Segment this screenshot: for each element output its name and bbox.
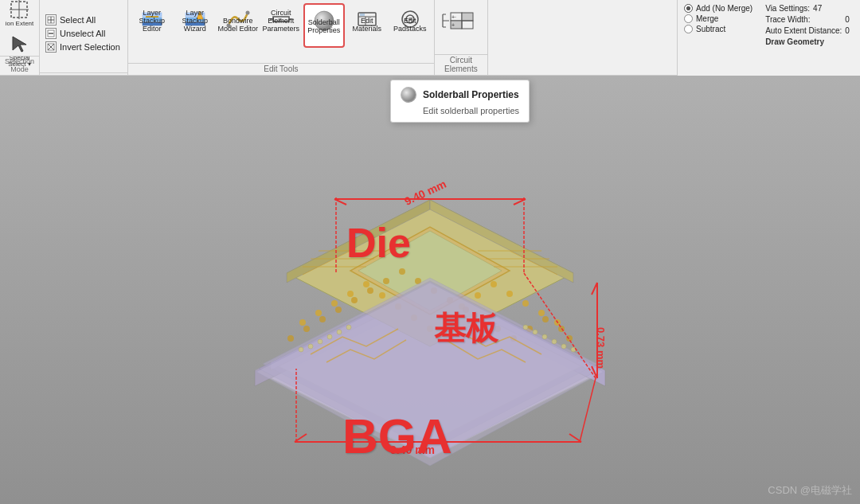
svg-rect-28 bbox=[360, 14, 365, 16]
radio-add-no-merge[interactable] bbox=[684, 4, 693, 13]
edit-padstacks-btn[interactable]: EditPadstacks bbox=[389, 3, 431, 45]
special-select-icon bbox=[9, 33, 31, 55]
edit-padstacks-label: EditPadstacks bbox=[389, 18, 431, 33]
unselect-all-label: Unselect All bbox=[60, 29, 105, 38]
radio-merge[interactable] bbox=[684, 14, 693, 23]
svg-point-102 bbox=[299, 347, 303, 352]
svg-point-75 bbox=[491, 281, 497, 287]
trace-width-value: 0 bbox=[845, 15, 850, 24]
draw-geometry-label: Draw Geometry bbox=[765, 37, 850, 46]
svg-point-78 bbox=[538, 310, 545, 316]
svg-point-68 bbox=[379, 292, 385, 299]
select-all-label: Select All bbox=[60, 15, 96, 25]
tooltip-title-text: Solderball Properties bbox=[423, 89, 519, 100]
select-section-spacer bbox=[40, 72, 127, 73]
svg-point-107 bbox=[346, 325, 351, 330]
invert-selection-label: Invert Selection bbox=[60, 42, 120, 52]
svg-point-108 bbox=[571, 347, 576, 352]
unselect-all-btn[interactable]: Unselect All bbox=[43, 27, 123, 40]
merge-label: Merge bbox=[696, 14, 718, 23]
layer-stackup-editor-btn[interactable]: Layer StackupEditor bbox=[131, 3, 173, 45]
section-selection-mode: ion Extent SpecialSelect ▾ Selection Mod… bbox=[0, 0, 40, 75]
svg-rect-39 bbox=[462, 21, 473, 29]
subtract-label: Subtract bbox=[696, 25, 725, 33]
via-settings-value: 47 bbox=[813, 4, 822, 13]
radio-subtract[interactable] bbox=[684, 25, 693, 33]
svg-point-42 bbox=[401, 88, 416, 102]
ion-extent-icon bbox=[8, 0, 30, 21]
solderball-properties-label: SolderballProperties bbox=[305, 19, 343, 35]
svg-point-80 bbox=[287, 335, 294, 342]
layer-stackup-wizard-label: Layer StackupWizard bbox=[174, 10, 216, 33]
edit-materials-btn[interactable]: EditMaterials bbox=[346, 3, 388, 45]
svg-point-96 bbox=[542, 316, 549, 322]
ion-extent-label: ion Extent bbox=[6, 21, 34, 28]
bondwire-model-editor-btn[interactable]: BondwireModel Editor bbox=[217, 3, 259, 45]
svg-text:+·: +· bbox=[452, 14, 456, 20]
svg-point-104 bbox=[318, 339, 322, 344]
auto-extent-value: 0 bbox=[845, 26, 850, 35]
svg-point-106 bbox=[337, 330, 342, 334]
unselect-all-checkbox bbox=[45, 28, 57, 39]
svg-point-82 bbox=[319, 316, 326, 322]
section-circuit-elements: +· + Circuit Elements bbox=[435, 0, 488, 75]
svg-point-86 bbox=[383, 278, 389, 284]
svg-point-83 bbox=[335, 307, 342, 313]
svg-point-112 bbox=[533, 330, 538, 334]
svg-point-113 bbox=[523, 325, 528, 330]
svg-point-81 bbox=[303, 326, 310, 332]
svg-point-63 bbox=[299, 319, 306, 326]
layer-stackup-editor-label: Layer StackupEditor bbox=[131, 10, 173, 33]
measure-grid-icon: +· + bbox=[441, 8, 479, 33]
svg-point-74 bbox=[475, 292, 481, 299]
die-label: Die bbox=[346, 219, 411, 267]
select-all-checkbox bbox=[45, 14, 57, 25]
auto-extent-label: Auto Extent Distance: bbox=[765, 26, 842, 35]
bondwire-model-editor-label: BondwireModel Editor bbox=[217, 18, 259, 33]
svg-point-65 bbox=[331, 300, 338, 307]
right-panel: Add (No Merge) Merge Subtract Via Settin… bbox=[677, 0, 860, 76]
watermark-text: CSDN @电磁学社 bbox=[768, 483, 852, 498]
solderball-tooltip: Solderball Properties Edit solderball pr… bbox=[390, 80, 530, 123]
ion-extent-btn[interactable]: ion Extent bbox=[3, 0, 37, 29]
tooltip-description: Edit solderball properties bbox=[423, 106, 519, 115]
add-no-merge-label: Add (No Merge) bbox=[696, 4, 752, 13]
svg-point-87 bbox=[399, 268, 405, 275]
svg-point-109 bbox=[561, 344, 566, 349]
bga-label: BGA bbox=[342, 408, 452, 464]
solderball-properties-btn[interactable]: SolderballProperties bbox=[303, 3, 345, 48]
svg-point-111 bbox=[542, 334, 547, 339]
circuit-elements-label: Circuit Elements bbox=[435, 54, 487, 73]
canvas-area: 9.40 mm 0.73 mm 9.40 mm Die 基板 BGA CSDN … bbox=[0, 76, 860, 504]
svg-point-66 bbox=[347, 291, 354, 297]
layer-stackup-wizard-btn[interactable]: Layer StackupWizard bbox=[174, 3, 216, 45]
svg-point-110 bbox=[552, 339, 557, 344]
substrate-label: 基板 bbox=[434, 307, 498, 350]
invert-selection-checkbox bbox=[45, 41, 57, 53]
selection-mode-label: Selection Mode bbox=[0, 56, 39, 73]
svg-point-84 bbox=[351, 297, 358, 303]
svg-text:+: + bbox=[452, 22, 455, 28]
trace-width-label: Trace Width: bbox=[765, 15, 810, 24]
svg-text:0.73 mm: 0.73 mm bbox=[595, 327, 607, 369]
measure-grid-btn[interactable]: +· + bbox=[440, 6, 481, 35]
svg-point-19 bbox=[245, 11, 249, 15]
invert-selection-btn[interactable]: Invert Selection bbox=[43, 41, 123, 53]
svg-point-67 bbox=[363, 281, 369, 287]
section-select-actions: Select All Unselect All Invert Selection bbox=[40, 0, 128, 75]
svg-point-103 bbox=[308, 344, 313, 349]
svg-marker-3 bbox=[13, 37, 26, 52]
svg-point-85 bbox=[367, 287, 373, 294]
edit-tools-section-label: Edit Tools bbox=[128, 63, 434, 73]
toolbar: ion Extent SpecialSelect ▾ Selection Mod… bbox=[0, 0, 860, 76]
section-edit-tools: Layer StackupEditor Layer StackupWizard bbox=[128, 0, 435, 75]
svg-point-105 bbox=[327, 334, 332, 339]
svg-rect-38 bbox=[462, 13, 473, 21]
svg-point-76 bbox=[506, 291, 513, 297]
select-all-btn[interactable]: Select All bbox=[43, 14, 123, 26]
tooltip-ball-icon bbox=[401, 87, 416, 103]
svg-point-64 bbox=[315, 310, 322, 316]
circuit-element-params-btn[interactable]: Z Circuit ElementParameters bbox=[260, 3, 302, 45]
edit-materials-label: EditMaterials bbox=[346, 18, 388, 33]
circuit-element-params-label: Circuit ElementParameters bbox=[260, 10, 302, 33]
